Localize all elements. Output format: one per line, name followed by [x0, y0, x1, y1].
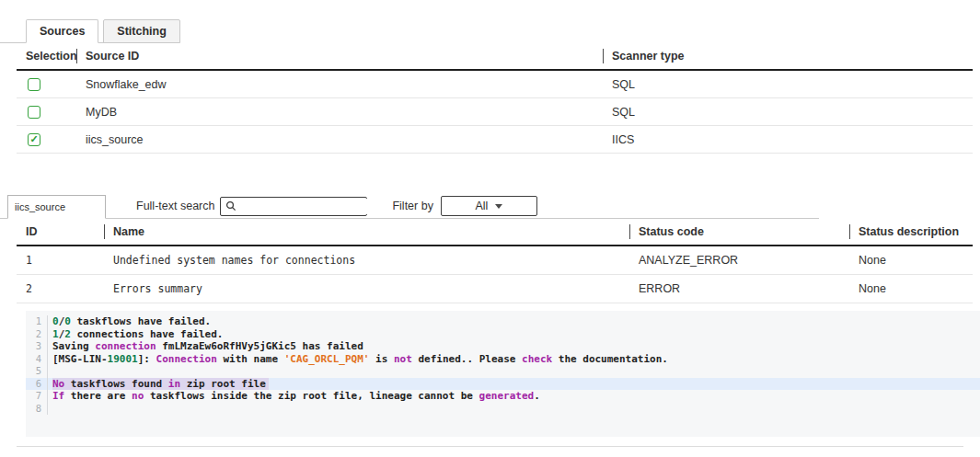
table-row[interactable]: 1 Undefined system names for connections…: [17, 246, 973, 275]
line-number: 3: [26, 340, 48, 353]
line-number: 4: [26, 353, 48, 366]
full-text-search-label: Full-text search: [136, 200, 214, 212]
log-line[interactable]: 6No taskflows found in zip root file: [26, 378, 980, 391]
table-row: MyDB SQL: [17, 98, 973, 126]
selection-cell: [17, 78, 76, 91]
search-icon: [225, 200, 236, 211]
table-row: Snowflake_edw SQL: [17, 71, 973, 98]
status-code-cell: ANALYZE_ERROR: [629, 254, 849, 267]
log-line[interactable]: 7If there are no taskflows inside the zi…: [26, 390, 980, 403]
header-id: ID: [17, 219, 104, 245]
sources-table-header: Selection Source ID Scanner type: [17, 43, 973, 71]
log-line[interactable]: 4[MSG-LIN-19001]: Connection with name '…: [26, 353, 980, 366]
tab-sources[interactable]: Sources: [26, 19, 98, 43]
name-cell: Undefined system names for connections: [104, 254, 629, 267]
line-number: 1: [26, 315, 48, 328]
search-box: [220, 197, 367, 216]
log-line-text: If there are no taskflows inside the zip…: [52, 390, 543, 403]
source-id-cell: MyDB: [76, 106, 603, 119]
caret-down-icon: [495, 204, 502, 209]
filter-dropdown[interactable]: All: [441, 196, 537, 216]
log-line[interactable]: 10/0 taskflows have failed.: [26, 315, 980, 328]
status-code-cell: ERROR: [629, 282, 849, 295]
source-id-cell: iics_source: [76, 133, 603, 146]
results-table: ID Name Status code Status description 1…: [17, 219, 973, 303]
log-line-text: No taskflows found in zip root file: [52, 378, 269, 391]
filter-dropdown-value: All: [475, 200, 488, 212]
scanner-type-cell: IICS: [603, 133, 973, 146]
table-row[interactable]: 2 Errors summary ERROR None: [17, 275, 973, 303]
line-number: 8: [26, 403, 48, 416]
header-status-code: Status code: [629, 219, 849, 245]
log-line[interactable]: 21/2 connections have failed.: [26, 328, 980, 341]
selection-cell: ✓: [17, 133, 76, 146]
row-checkbox[interactable]: ✓: [28, 133, 40, 146]
name-cell: Errors summary: [104, 282, 629, 295]
log-line-text: Saving connection fmLMzaEw6oRfHVy5jGKic5…: [52, 340, 366, 353]
header-source-id: Source ID: [76, 43, 603, 69]
results-controls: iics_source Full-text search Filter by A…: [0, 194, 819, 219]
source-id-cell: Snowflake_edw: [76, 78, 603, 91]
log-line-text: 0/0 taskflows have failed.: [52, 315, 213, 328]
sources-tabbar: Sources Stitching: [0, 18, 177, 43]
log-viewer: 10/0 taskflows have failed.21/2 connecti…: [26, 311, 980, 437]
log-line-text: [52, 403, 55, 416]
line-number: 6: [26, 378, 48, 391]
id-cell: 2: [17, 282, 104, 295]
id-cell: 1: [17, 254, 104, 267]
header-status-description: Status description: [849, 219, 973, 245]
header-selection: Selection: [17, 43, 76, 69]
tab-iics-source[interactable]: iics_source: [7, 195, 106, 219]
status-description-cell: None: [849, 254, 973, 267]
header-scanner-type: Scanner type: [603, 43, 973, 69]
log-line-text: [MSG-LIN-19001]: Connection with name 'C…: [52, 353, 671, 366]
scanner-type-cell: SQL: [603, 78, 973, 91]
results-table-header: ID Name Status code Status description: [17, 219, 973, 246]
log-line-text: [52, 365, 55, 378]
filter-by-label: Filter by: [392, 200, 432, 212]
bottom-divider: [17, 446, 963, 447]
row-checkbox[interactable]: [28, 106, 40, 119]
search-input[interactable]: [240, 199, 383, 214]
log-line[interactable]: 5: [26, 365, 980, 378]
scanner-type-cell: SQL: [603, 106, 973, 119]
selection-cell: [17, 106, 76, 119]
tab-stitching[interactable]: Stitching: [103, 19, 179, 43]
line-number: 7: [26, 390, 48, 403]
status-description-cell: None: [849, 282, 973, 295]
log-line[interactable]: 3Saving connection fmLMzaEw6oRfHVy5jGKic…: [26, 340, 980, 353]
line-number: 5: [26, 365, 48, 378]
log-lines: 10/0 taskflows have failed.21/2 connecti…: [26, 315, 980, 415]
line-number: 2: [26, 328, 48, 341]
log-line[interactable]: 8: [26, 403, 980, 416]
row-checkbox[interactable]: [28, 78, 40, 91]
table-row: ✓ iics_source IICS: [17, 126, 973, 154]
sources-table: Selection Source ID Scanner type Snowfla…: [17, 43, 973, 154]
log-line-text: 1/2 connections have failed.: [52, 328, 225, 341]
header-name: Name: [104, 219, 629, 245]
